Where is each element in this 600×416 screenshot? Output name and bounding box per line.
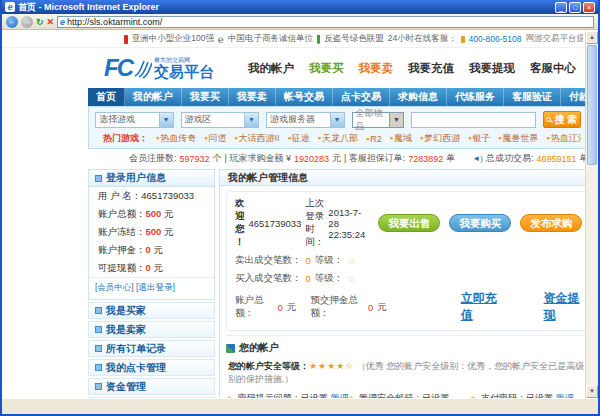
tab-payment[interactable]: 付款方式: [561, 88, 585, 106]
game-select-value: 选择游戏: [99, 113, 135, 126]
sidebar: 登录用户信息 用 户 名：4651739033 账户总额：500 元 账户冻结：…: [88, 169, 215, 398]
close-button[interactable]: ×: [583, 2, 595, 13]
frozen-row: 账户冻结：500 元: [89, 223, 214, 241]
hot-game-link[interactable]: 热血传奇: [156, 132, 196, 145]
server-select[interactable]: 游戏服务器 ▼: [266, 112, 345, 128]
search-button[interactable]: 搜 索: [543, 111, 581, 128]
scrollbar-thumb[interactable]: [587, 45, 597, 165]
sidebar-item-cards[interactable]: 我的点卡管理: [88, 359, 215, 376]
deposit-row: 账户押金：0 元: [89, 241, 214, 259]
scroll-down-button[interactable]: ▼: [586, 385, 598, 398]
ie-icon: e: [5, 2, 15, 12]
tab-wanted[interactable]: 求购信息: [390, 88, 447, 106]
refresh-icon[interactable]: ↻: [36, 16, 44, 28]
welcome-label: 欢迎您 ！: [235, 197, 245, 249]
post-wanted-button[interactable]: 发布求购: [520, 214, 582, 232]
menu-bullet-icon: [95, 307, 102, 314]
browser-window: e 首页 - Microsoft Internet Explorer _ □ ×…: [0, 0, 600, 416]
member-center-link[interactable]: [会员中心]: [95, 282, 134, 292]
hotline-label: 24小时在线客服：: [388, 33, 457, 45]
stat-reg-label: 会员注册数:: [129, 152, 177, 165]
tab-card-trade[interactable]: 点卡交易: [333, 88, 390, 106]
tab-powerleveling[interactable]: 代练服务: [447, 88, 504, 106]
stop-icon[interactable]: ✕: [47, 16, 55, 28]
logo-swoosh-icon: [134, 59, 152, 79]
tab-my-account[interactable]: 我的帐户: [125, 88, 182, 106]
hot-game-link[interactable]: 问道: [204, 132, 226, 145]
forward-button[interactable]: →: [21, 16, 33, 28]
stat-total-label: 总成功交易:: [486, 152, 534, 165]
account-section: 您的帐户 您的帐户安全等级：★★★★☆ （优秀 您的账户安全级别：优秀，您的帐户…: [226, 335, 585, 398]
topnav-withdraw[interactable]: 我要提现: [469, 61, 515, 76]
minimize-button[interactable]: _: [555, 2, 567, 13]
hot-game-link[interactable]: 魔域: [390, 132, 412, 145]
search-input[interactable]: [411, 112, 536, 128]
topnav-my-account[interactable]: 我的帐户: [248, 61, 294, 76]
hot-game-link[interactable]: 魔兽世界: [498, 132, 538, 145]
chevron-down-icon[interactable]: ▼: [159, 113, 173, 127]
tab-account-trade[interactable]: 帐号交易: [276, 88, 333, 106]
server-select-value: 游戏服务器: [270, 113, 315, 126]
badge-asia: 亚洲中小型企业100强: [132, 33, 214, 45]
scroll-up-button[interactable]: ▲: [586, 31, 598, 44]
hot-game-link[interactable]: 天龙八部: [318, 132, 358, 145]
hot-game-link[interactable]: 征途: [288, 132, 310, 145]
hot-games-row: 热门游戏： 热血传奇 问道 大话西游II 征途 天龙八部 R2 魔域 梦幻西游 …: [95, 132, 581, 145]
recharge-link[interactable]: 立即充值: [461, 290, 500, 324]
topnav-sell[interactable]: 我要卖: [359, 61, 394, 76]
hot-game-link[interactable]: 银子: [468, 132, 490, 145]
topnav-buy[interactable]: 我要买: [309, 61, 344, 76]
logout-link[interactable]: [退出登录]: [136, 282, 175, 292]
tab-sell[interactable]: 我要卖: [229, 88, 276, 106]
hot-game-link[interactable]: 热血江湖: [547, 132, 581, 145]
stat-total-value: 46959151: [536, 154, 576, 164]
top-banner: 亚洲中小型企业100强 ℮ 中国电子商务诚信单位 反盗号绿色联盟 24小时在线客…: [2, 31, 585, 48]
chevron-down-icon[interactable]: ▼: [330, 113, 344, 127]
main-nav-bar: 首页 我的帐户 我要买 我要卖 帐号交易 点卡交易 求购信息 代练服务 客服验证…: [88, 88, 585, 106]
game-select[interactable]: 选择游戏 ▼: [95, 112, 174, 128]
withdraw-link[interactable]: 资金提现: [544, 290, 583, 324]
sidebar-item-buyer[interactable]: 我是买家: [88, 302, 215, 319]
tab-service-verify[interactable]: 客服验证: [504, 88, 561, 106]
sell-button[interactable]: 我要出售: [378, 214, 440, 232]
back-button[interactable]: ←: [6, 16, 18, 28]
hot-game-link[interactable]: R2: [366, 134, 382, 144]
badge-antitheft: 反盗号绿色联盟: [324, 33, 384, 45]
logo-fc-mark: FC: [104, 57, 132, 79]
zone-select[interactable]: 游戏区 ▼: [181, 112, 260, 128]
sidebar-item-funds[interactable]: 资金管理: [88, 378, 215, 395]
security-level-line: 您的帐户安全等级：★★★★☆ （优秀 您的账户安全级别：优秀，您的帐户安全已是高…: [228, 360, 585, 386]
zone-select-value: 游戏区: [185, 113, 212, 126]
stat-order-label: | 客服担保订单:: [344, 152, 405, 165]
address-input[interactable]: [67, 17, 591, 27]
hot-game-link[interactable]: 梦幻西游: [420, 132, 460, 145]
tab-buy[interactable]: 我要买: [182, 88, 229, 106]
stat-buy-unit: 元: [332, 152, 341, 165]
sidebar-item-orders[interactable]: 所有订单记录: [88, 340, 215, 357]
topnav-service[interactable]: 客服中心: [530, 61, 576, 76]
search-button-label: 搜 索: [554, 113, 577, 127]
chevron-down-icon[interactable]: ▼: [389, 113, 402, 127]
menu-bullet-icon: [95, 345, 102, 352]
balance-stats-row: 账户总额： 0 元 预交押金总额： 0 元 立即充值 资金提现: [235, 290, 582, 324]
chevron-down-icon[interactable]: ▼: [244, 113, 258, 127]
hotline-number[interactable]: 400-806-5108: [469, 34, 522, 44]
sidebar-item-seller[interactable]: 我是卖家: [88, 321, 215, 338]
username-row: 用 户 名：4651739033: [89, 187, 214, 205]
topnav-recharge[interactable]: 我要充值: [408, 61, 454, 76]
buy-button[interactable]: 我要购买: [449, 214, 511, 232]
site-stats-row: 会员注册数: 597932 个 | 玩家求购金额 ¥ 1920283 元 | 客…: [88, 149, 585, 167]
site-logo[interactable]: FC 最大的交易网 交易平台: [104, 57, 214, 79]
maximize-button[interactable]: □: [569, 2, 581, 13]
tab-home[interactable]: 首页: [88, 88, 125, 106]
page: 亚洲中小型企业100强 ℮ 中国电子商务诚信单位 反盗号绿色联盟 24小时在线客…: [2, 31, 585, 398]
menu-bullet-icon: [95, 326, 102, 333]
hot-game-link[interactable]: 大话西游II: [234, 132, 279, 145]
item-type-select-value: 全部物品: [356, 107, 390, 133]
last-login-label: 上次登录时间：: [305, 197, 324, 249]
account-panel: 我的帐户管理信息 欢迎您 ！ 4651739033 上次登录时间：2013-7-…: [219, 169, 585, 398]
cert-icon: ℮: [218, 34, 224, 45]
vertical-scrollbar[interactable]: ▲ ▼: [585, 31, 598, 398]
panel-title: 我的帐户管理信息: [220, 170, 585, 186]
item-type-select[interactable]: 全部物品 ▼: [352, 112, 404, 128]
